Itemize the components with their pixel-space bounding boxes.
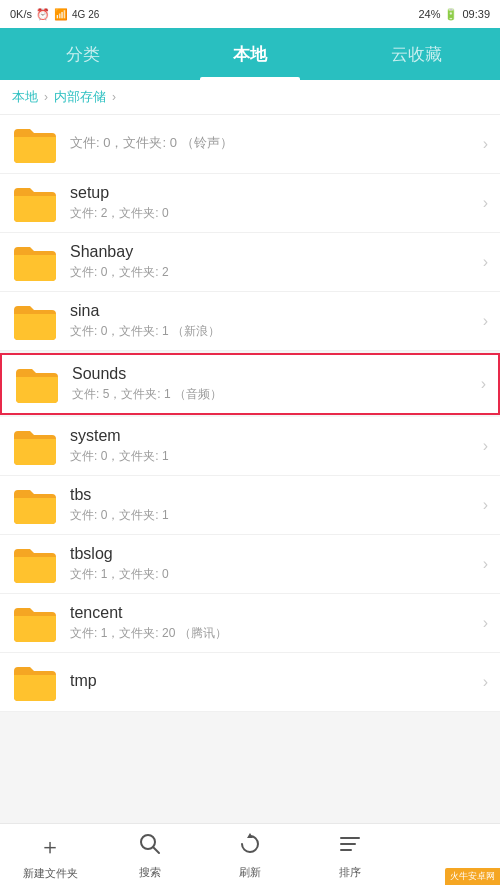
breadcrumb-internal[interactable]: 内部存储 (54, 88, 106, 106)
chevron-icon: › (483, 312, 488, 330)
chevron-icon: › (483, 614, 488, 632)
folder-icon (12, 243, 58, 281)
file-name: system (70, 427, 475, 445)
refresh-label: 刷新 (239, 865, 261, 880)
list-item[interactable]: setup 文件: 2，文件夹: 0 › (0, 174, 500, 233)
new-folder-label: 新建文件夹 (23, 866, 78, 881)
file-info: system 文件: 0，文件夹: 1 (70, 427, 475, 465)
status-left: 0K/s ⏰ 📶 4G 26 (10, 8, 99, 21)
file-info: tmp (70, 672, 475, 693)
chevron-icon: › (483, 194, 488, 212)
battery-icon: 🔋 (444, 8, 458, 21)
file-name: Shanbay (70, 243, 475, 261)
file-info: setup 文件: 2，文件夹: 0 (70, 184, 475, 222)
bottom-search[interactable]: 搜索 (100, 833, 200, 880)
file-info: 文件: 0，文件夹: 0 （铃声） (70, 134, 475, 155)
time-display: 09:39 (462, 8, 490, 20)
chevron-icon: › (483, 555, 488, 573)
list-item[interactable]: Shanbay 文件: 0，文件夹: 2 › (0, 233, 500, 292)
folder-icon (12, 604, 58, 642)
tab-classify[interactable]: 分类 (0, 28, 167, 80)
add-icon: ＋ (39, 832, 61, 862)
chevron-icon: › (483, 253, 488, 271)
search-label: 搜索 (139, 865, 161, 880)
list-item[interactable]: tbs 文件: 0，文件夹: 1 › (0, 476, 500, 535)
file-info: tencent 文件: 1，文件夹: 20 （腾讯） (70, 604, 475, 642)
list-item[interactable]: tbslog 文件: 1，文件夹: 0 › (0, 535, 500, 594)
list-item-sounds[interactable]: Sounds 文件: 5，文件夹: 1 （音频） › (0, 353, 500, 415)
file-meta: 文件: 0，文件夹: 1 (70, 507, 475, 524)
list-item[interactable]: tencent 文件: 1，文件夹: 20 （腾讯） › (0, 594, 500, 653)
bottom-bar: ＋ 新建文件夹 搜索 刷新 排序 火牛安卓 (0, 823, 500, 889)
list-item[interactable]: 文件: 0，文件夹: 0 （铃声） › (0, 115, 500, 174)
search-icon (139, 833, 161, 861)
file-name: setup (70, 184, 475, 202)
chevron-icon: › (483, 496, 488, 514)
file-name: Sounds (72, 365, 473, 383)
folder-icon (14, 365, 60, 403)
breadcrumb-sep-2: › (112, 90, 116, 104)
file-name: tbslog (70, 545, 475, 563)
file-meta: 文件: 0，文件夹: 2 (70, 264, 475, 281)
top-navigation: 分类 本地 云收藏 (0, 28, 500, 80)
folder-icon (12, 302, 58, 340)
watermark-badge: 火牛安卓网 (445, 868, 500, 885)
chevron-icon: › (483, 135, 488, 153)
file-name: sina (70, 302, 475, 320)
file-info: tbslog 文件: 1，文件夹: 0 (70, 545, 475, 583)
svg-line-1 (153, 847, 159, 853)
breadcrumb-sep-1: › (44, 90, 48, 104)
sort-icon (339, 833, 361, 861)
file-name: tencent (70, 604, 475, 622)
folder-icon (12, 184, 58, 222)
folder-icon (12, 663, 58, 701)
signal-icon: 4G 26 (72, 9, 99, 20)
battery-percent: 24% (418, 8, 440, 20)
sort-label: 排序 (339, 865, 361, 880)
folder-icon (12, 125, 58, 163)
refresh-icon (239, 833, 261, 861)
file-info: sina 文件: 0，文件夹: 1 （新浪） (70, 302, 475, 340)
file-name: tmp (70, 672, 475, 690)
status-right: 24% 🔋 09:39 (418, 8, 490, 21)
chevron-icon: › (483, 673, 488, 691)
file-meta: 文件: 2，文件夹: 0 (70, 205, 475, 222)
folder-icon (12, 545, 58, 583)
list-item[interactable]: system 文件: 0，文件夹: 1 › (0, 417, 500, 476)
network-speed: 0K/s (10, 8, 32, 20)
file-meta: 文件: 5，文件夹: 1 （音频） (72, 386, 473, 403)
list-item[interactable]: tmp › (0, 653, 500, 712)
tab-local[interactable]: 本地 (167, 28, 334, 80)
chevron-icon: › (481, 375, 486, 393)
file-meta: 文件: 1，文件夹: 20 （腾讯） (70, 625, 475, 642)
file-list: 文件: 0，文件夹: 0 （铃声） › setup 文件: 2，文件夹: 0 ›… (0, 115, 500, 821)
breadcrumb-local[interactable]: 本地 (12, 88, 38, 106)
bottom-refresh[interactable]: 刷新 (200, 833, 300, 880)
list-item[interactable]: sina 文件: 0，文件夹: 1 （新浪） › (0, 292, 500, 351)
bottom-sort[interactable]: 排序 (300, 833, 400, 880)
clock-icon: ⏰ (36, 8, 50, 21)
file-meta: 文件: 1，文件夹: 0 (70, 566, 475, 583)
bottom-new-folder[interactable]: ＋ 新建文件夹 (0, 832, 100, 881)
file-info: Sounds 文件: 5，文件夹: 1 （音频） (72, 365, 473, 403)
tab-cloud[interactable]: 云收藏 (333, 28, 500, 80)
file-info: tbs 文件: 0，文件夹: 1 (70, 486, 475, 524)
wifi-icon: 📶 (54, 8, 68, 21)
status-bar: 0K/s ⏰ 📶 4G 26 24% 🔋 09:39 (0, 0, 500, 28)
file-name: tbs (70, 486, 475, 504)
file-info: Shanbay 文件: 0，文件夹: 2 (70, 243, 475, 281)
chevron-icon: › (483, 437, 488, 455)
file-name: 文件: 0，文件夹: 0 （铃声） (70, 134, 475, 152)
folder-icon (12, 486, 58, 524)
breadcrumb: 本地 › 内部存储 › (0, 80, 500, 115)
file-meta: 文件: 0，文件夹: 1 (70, 448, 475, 465)
file-meta: 文件: 0，文件夹: 1 （新浪） (70, 323, 475, 340)
folder-icon (12, 427, 58, 465)
